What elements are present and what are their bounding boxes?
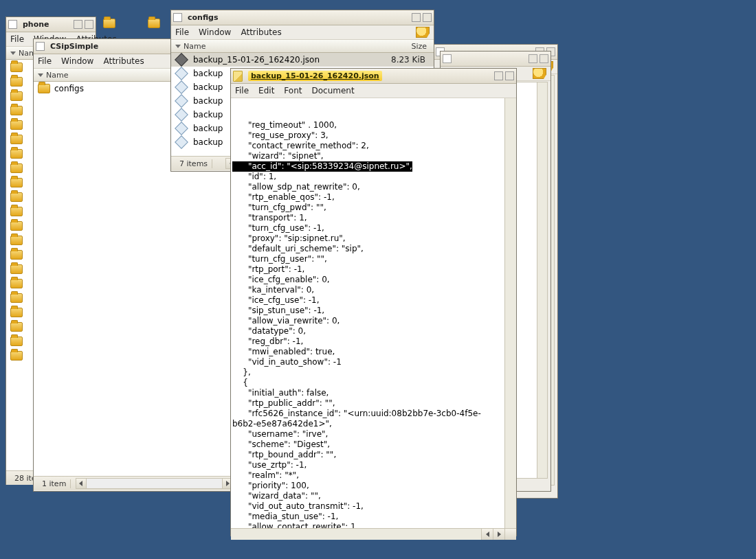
folder-icon[interactable] (10, 135, 23, 144)
menu-file[interactable]: File (38, 56, 52, 66)
editor-line[interactable]: }, (232, 367, 516, 378)
folder-icon[interactable] (10, 91, 23, 101)
editor-line[interactable]: "default_uri_scheme": "sip", (232, 244, 516, 254)
sort-arrow-icon[interactable] (175, 45, 181, 48)
editor-line[interactable]: "reg_dbr": -1, (232, 336, 516, 347)
titlebar[interactable]: phone (6, 17, 96, 32)
editor-line[interactable]: "ice_cfg_enable": 0, (232, 275, 516, 285)
window-checkbox[interactable] (36, 42, 45, 51)
folder-icon[interactable] (10, 62, 23, 72)
editor-line[interactable]: "use_zrtp": -1, (232, 460, 516, 470)
editor-line[interactable]: "rtp_bound_addr": "", (232, 450, 516, 460)
editor-line[interactable]: "reg_use_proxy": 3, (232, 130, 516, 141)
folder-icon[interactable] (10, 279, 23, 288)
editor-line[interactable]: "turn_cfg_pwd": "", (232, 203, 516, 213)
menu-window[interactable]: Window (199, 27, 231, 37)
editor-line[interactable]: { (232, 378, 516, 388)
folder-icon[interactable] (10, 120, 23, 130)
window-checkbox[interactable] (173, 13, 182, 22)
editor-line[interactable]: "reg_timeout" . 1000, (232, 120, 516, 130)
highlighted-text[interactable]: "acc_id": "<sip:58339234@sipnet.ru>", (232, 161, 412, 172)
menu-file[interactable]: File (235, 86, 249, 95)
menu-attributes[interactable]: Attributes (241, 27, 281, 37)
editor-line[interactable]: "ice_cfg_use": -1, (232, 295, 516, 306)
window-checkbox[interactable] (8, 20, 17, 29)
window-control-icons[interactable] (412, 13, 432, 22)
folder-icon[interactable] (10, 236, 23, 245)
titlebar[interactable]: configs (171, 10, 434, 25)
menubar[interactable]: File Edit Font Document (231, 84, 516, 98)
folder-icon[interactable] (10, 250, 23, 260)
editor-line[interactable]: "contact_rewrite_method": 2, (232, 141, 516, 151)
editor-line[interactable]: "id": 1, (232, 172, 516, 182)
editor-line[interactable]: "transport": 1, (232, 213, 516, 223)
folder-icon[interactable] (10, 322, 23, 332)
desktop-folder-icon[interactable] (103, 19, 118, 30)
scroll-left-button[interactable] (76, 479, 87, 488)
editor-line[interactable]: "vid_out_auto_transmit": -1, (232, 501, 516, 512)
folder-icon[interactable] (10, 207, 23, 216)
diamond-icon (175, 122, 188, 135)
editor-window[interactable]: backup_15-01-26_162420.json File Edit Fo… (230, 68, 517, 536)
menu-file[interactable]: File (175, 27, 189, 37)
editor-line[interactable]: "media_stun_use": -1, (232, 512, 516, 522)
editor-line[interactable]: "sip_stun_use": -1, (232, 306, 516, 316)
folder-icon[interactable] (10, 336, 23, 346)
folder-icon[interactable] (10, 221, 23, 231)
editor-line[interactable]: "allow_contact_rewrite": 1, (232, 522, 516, 528)
v-scrollbar[interactable] (504, 98, 516, 528)
editor-line[interactable]: "turn_cfg_use": -1, (232, 223, 516, 233)
window-control-icons[interactable] (74, 20, 93, 29)
folder-icon[interactable] (10, 192, 23, 202)
menu-font[interactable]: Font (284, 86, 302, 95)
editor-line[interactable]: "vid_in_auto_show": -1 (232, 357, 516, 367)
editor-line[interactable]: "scheme": "Digest", (232, 440, 516, 450)
editor-line[interactable]: "allow_sdp_nat_rewrite": 0, (232, 182, 516, 192)
folder-icon[interactable] (10, 264, 23, 274)
editor-line[interactable]: "allow_via_rewrite": 0, (232, 316, 516, 326)
menu-attributes[interactable]: Attributes (103, 56, 144, 66)
menubar[interactable]: File Window Attributes (171, 25, 434, 40)
menu-file[interactable]: File (10, 34, 24, 44)
editor-line[interactable]: "turn_cfg_user": "", (232, 254, 516, 264)
folder-icon[interactable] (10, 308, 23, 317)
sort-arrow-icon[interactable] (38, 73, 43, 77)
editor-line[interactable]: "mwi_enabled": true, (232, 347, 516, 357)
editor-line[interactable]: "wizard": "sipnet", (232, 151, 516, 161)
menu-edit[interactable]: Edit (258, 86, 274, 95)
scroll-left-button[interactable] (481, 529, 493, 540)
folder-icon[interactable] (10, 149, 23, 159)
editor-line[interactable]: "wizard_data": "", (232, 491, 516, 501)
editor-line[interactable]: "proxy": "sip:sipnet.ru", (232, 233, 516, 244)
editor-line[interactable]: "username": "irve", (232, 429, 516, 440)
folder-icon[interactable] (10, 351, 23, 361)
editor-line[interactable]: "realm": "*", (232, 470, 516, 481)
list-item[interactable]: backup_15-01-26_162420.json8.23 KiB (171, 53, 434, 67)
editor-line[interactable]: "initial_auth": false, (232, 388, 516, 398)
editor-line[interactable]: "rtp_enable_qos": -1, (232, 192, 516, 203)
editor-line[interactable]: b6b2-e5e87a642de1>", (232, 419, 516, 429)
editor-line[interactable]: "ka_interval": 0, (232, 285, 516, 295)
resize-grip[interactable] (504, 529, 516, 540)
editor-line[interactable]: "rfc5626_instance_id": "<urn:uuid:08b2bb… (232, 409, 516, 419)
folder-icon[interactable] (10, 178, 23, 187)
titlebar[interactable]: backup_15-01-26_162420.json (231, 69, 516, 84)
scroll-right-button[interactable] (493, 529, 504, 540)
menu-document[interactable]: Document (311, 86, 354, 95)
editor-text-area[interactable]: "reg_timeout" . 1000, "reg_use_proxy": 3… (231, 98, 516, 528)
editor-line[interactable]: "rtp_port": -1, (232, 264, 516, 275)
editor-line[interactable]: "rtp_public_addr": "", (232, 398, 516, 409)
folder-icon[interactable] (10, 293, 23, 303)
window-control-icons[interactable] (494, 71, 514, 80)
menu-window[interactable]: Window (61, 56, 93, 66)
desktop-folder-icon[interactable] (148, 19, 163, 30)
column-header[interactable]: Name Size (171, 40, 434, 53)
editor-line[interactable]: "priority": 100, (232, 481, 516, 491)
sort-arrow-icon[interactable] (10, 52, 16, 55)
h-scrollbar[interactable] (76, 478, 233, 489)
folder-icon[interactable] (10, 163, 23, 173)
folder-icon[interactable] (10, 77, 23, 87)
editor-line[interactable]: "datatype": 0, (232, 326, 516, 336)
folder-icon[interactable] (10, 106, 23, 115)
h-scrollbar[interactable] (231, 528, 516, 540)
